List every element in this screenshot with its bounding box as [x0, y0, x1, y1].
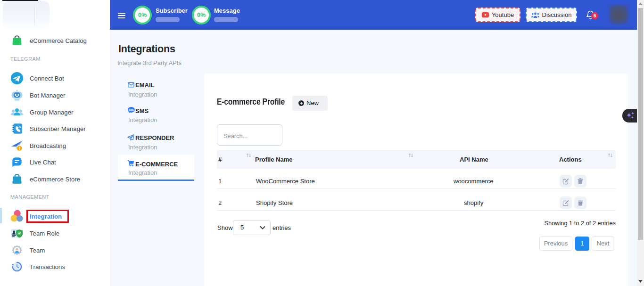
svg-text:SMS: SMS	[129, 109, 133, 111]
